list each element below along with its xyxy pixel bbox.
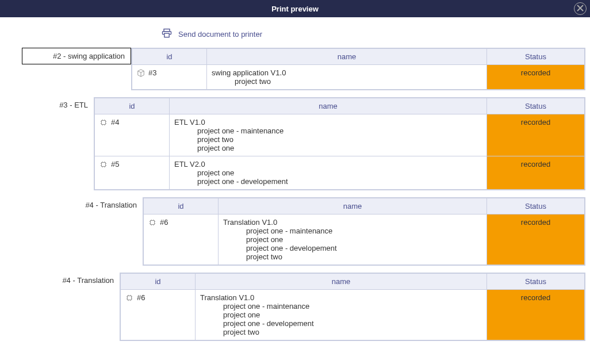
- window-title: Print preview: [271, 5, 319, 13]
- toolbar: Send document to printer: [0, 17, 590, 48]
- row-name-sub: project one: [174, 168, 482, 177]
- group-title: #4 - Translation: [36, 273, 120, 288]
- status-badge: recorded: [487, 156, 585, 190]
- chip-icon: [125, 294, 133, 304]
- group: #2 - swing applicationidnameStatus #3swi…: [5, 48, 585, 90]
- svg-rect-22: [151, 221, 155, 225]
- row-name-sub: project one - maintenance: [200, 302, 482, 311]
- group-table: idnameStatus #6Translation V1.0project o…: [143, 197, 585, 266]
- row-name-sub: project one: [200, 311, 482, 319]
- group-title: #2 - swing application: [22, 48, 131, 64]
- group-table: idnameStatus #3swing application V1.0pro…: [131, 48, 585, 90]
- table-row: #6Translation V1.0project one - maintena…: [144, 214, 585, 265]
- row-name-sub: project one - maintenance: [174, 127, 482, 135]
- status-badge: recorded: [487, 214, 585, 265]
- row-id: #4: [111, 118, 119, 127]
- chip-icon: [148, 219, 156, 228]
- group-table: idnameStatus #6Translation V1.0project o…: [120, 273, 585, 341]
- table-row: #3swing application V1.0project tworecor…: [132, 65, 585, 90]
- row-name-sub: project two: [200, 328, 482, 336]
- row-name-sub: project one: [174, 144, 482, 152]
- column-header-name: name: [207, 49, 487, 65]
- row-name-sub: project two: [223, 252, 482, 261]
- svg-rect-13: [102, 163, 106, 167]
- window-header: Print preview: [0, 0, 590, 17]
- send-to-printer-link[interactable]: Send document to printer: [161, 28, 262, 41]
- row-name-title: swing application V1.0: [212, 68, 482, 77]
- group: #3 - ETLidnameStatus #4ETL V1.0project o…: [5, 97, 585, 190]
- status-badge: recorded: [487, 290, 585, 340]
- table-row: #6Translation V1.0project one - maintena…: [121, 290, 585, 340]
- status-badge: recorded: [487, 65, 585, 90]
- table-row: #4ETL V1.0project one - maintenanceproje…: [95, 114, 585, 156]
- column-header-id: id: [144, 198, 219, 214]
- send-to-printer-label: Send document to printer: [178, 30, 262, 39]
- row-name-sub: project two: [212, 77, 482, 86]
- svg-rect-31: [128, 296, 132, 300]
- column-header-id: id: [95, 98, 170, 114]
- row-name-sub: project one: [223, 235, 482, 244]
- status-badge: recorded: [487, 114, 585, 156]
- chip-icon: [99, 160, 108, 170]
- column-header-status: Status: [487, 98, 585, 114]
- row-name-title: Translation V1.0: [200, 293, 482, 302]
- row-id: #5: [111, 160, 119, 168]
- svg-rect-4: [102, 121, 106, 125]
- row-name-sub: project one - developement: [200, 319, 482, 328]
- column-header-id: id: [121, 274, 196, 290]
- close-icon: [577, 5, 584, 13]
- group: #4 - TranslationidnameStatus #6Translati…: [5, 197, 585, 266]
- svg-rect-3: [164, 33, 169, 37]
- row-id: #3: [148, 68, 156, 77]
- group-title: #4 - Translation: [62, 197, 143, 213]
- column-header-id: id: [132, 49, 207, 65]
- group: #4 - TranslationidnameStatus #6Translati…: [5, 273, 585, 341]
- column-header-name: name: [219, 198, 487, 214]
- row-id: #6: [160, 218, 168, 227]
- row-name-sub: project one - developement: [174, 177, 482, 186]
- close-button[interactable]: [574, 2, 587, 15]
- chip-icon: [99, 118, 108, 128]
- column-header-status: Status: [487, 274, 585, 290]
- row-name-sub: project one - developement: [223, 244, 482, 252]
- row-name-sub: project one - maintenance: [223, 227, 482, 235]
- column-header-status: Status: [487, 198, 585, 214]
- row-name-title: Translation V1.0: [223, 218, 482, 227]
- column-header-status: Status: [487, 49, 585, 65]
- group-table: idnameStatus #4ETL V1.0project one - mai…: [94, 97, 585, 190]
- column-header-name: name: [170, 98, 487, 114]
- row-name-title: ETL V2.0: [174, 160, 482, 168]
- row-name-title: ETL V1.0: [174, 118, 482, 127]
- row-name-sub: project two: [174, 135, 482, 144]
- printer-icon: [161, 28, 173, 41]
- column-header-name: name: [196, 274, 487, 290]
- table-row: #5ETL V2.0project oneproject one - devel…: [95, 156, 585, 190]
- row-id: #6: [137, 293, 145, 302]
- cube-icon: [137, 69, 145, 79]
- group-title: #3 - ETL: [39, 97, 94, 113]
